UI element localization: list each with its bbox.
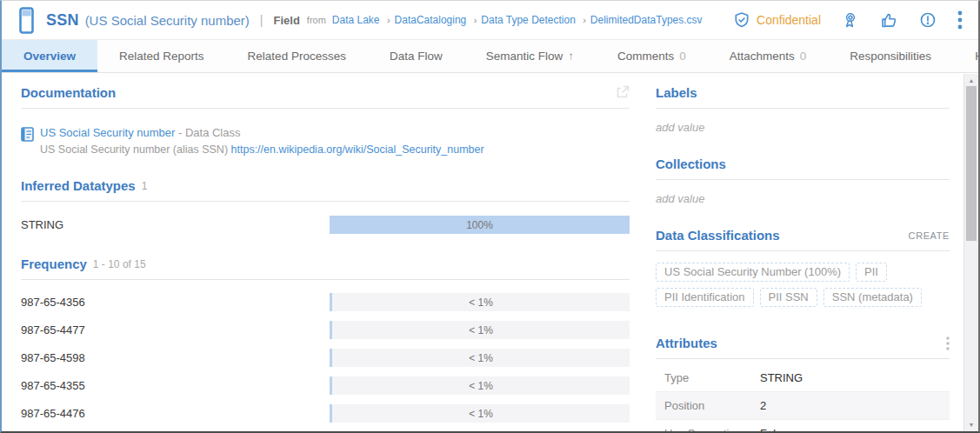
attributes-kebab-icon[interactable] xyxy=(946,336,950,350)
frequency-value-label: 987-65-4356 xyxy=(21,296,85,309)
frequency-value-label: 987-65-4477 xyxy=(21,323,85,336)
attribute-value: 2 xyxy=(760,399,766,412)
collections-section: Collections add value xyxy=(656,157,950,205)
wikipedia-link[interactable]: https://en.wikipedia.org/wiki/Social_Sec… xyxy=(231,143,484,156)
scrollbar-down-arrow[interactable]: ▼ xyxy=(964,419,978,430)
collections-heading: Collections xyxy=(656,157,726,171)
tab[interactable]: Overview xyxy=(2,40,97,72)
documentation-description: US Social Security number (alias SSN) xyxy=(40,143,231,156)
tab[interactable]: Responsibilities xyxy=(828,40,953,72)
classification-tag[interactable]: US Social Security Number (100%) xyxy=(656,263,850,282)
tab[interactable]: Related Processes xyxy=(226,40,368,72)
classification-tag[interactable]: PII xyxy=(856,263,887,282)
header-actions: Confidential xyxy=(733,10,963,30)
frequency-row: 987-65-4356 < 1% xyxy=(21,293,630,311)
data-class-link[interactable]: US Social Security number xyxy=(40,126,175,139)
frequency-value-label: 987-65-4355 xyxy=(21,379,85,392)
tab[interactable]: Attachments 0 xyxy=(708,40,829,72)
tab-label: Data Flow xyxy=(390,50,443,63)
labels-add-value[interactable]: add value xyxy=(656,121,950,134)
classification-tag[interactable]: SSN (metadata) xyxy=(823,288,922,307)
breadcrumb-item: DelimitedDataTypes.csv › xyxy=(590,14,703,26)
datatype-percentage-bar: 100% xyxy=(330,216,630,234)
scrollbar-up-arrow[interactable]: ▲ xyxy=(964,75,978,86)
app-window: SSN (US Social Security number) | Field … xyxy=(0,0,980,433)
tab-count: 0 xyxy=(679,50,686,63)
tab[interactable]: Comments 0 xyxy=(596,40,708,72)
tab-label: Overview xyxy=(23,50,76,63)
tab-count: 0 xyxy=(800,50,807,63)
asset-header: SSN (US Social Security number) | Field … xyxy=(2,1,978,40)
alert-circle-icon[interactable] xyxy=(919,11,937,29)
frequency-value-label: 987-65-4476 xyxy=(21,407,85,420)
data-classifications-section: Data Classifications CREATE US Social Se… xyxy=(656,228,950,313)
data-class-doc-icon xyxy=(21,127,34,145)
documentation-section: Documentation xyxy=(21,85,630,156)
collections-add-value[interactable]: add value xyxy=(656,192,950,205)
breadcrumb: Data Lake › DataCataloging › Data Type D… xyxy=(332,14,703,26)
attribute-row: Has Semantic ... False xyxy=(656,419,950,431)
inferred-datatypes-count: 1 xyxy=(142,180,148,192)
tab-label: Semantic Flow xyxy=(486,50,563,63)
main-column: Documentation xyxy=(21,85,630,431)
labels-heading: Labels xyxy=(656,85,697,100)
data-classifications-heading: Data Classifications xyxy=(656,228,780,243)
frequency-row: 987-65-4598 < 1% xyxy=(21,349,630,367)
breadcrumb-link[interactable]: DataCataloging xyxy=(395,14,467,26)
frequency-range: 1 - 10 of 15 xyxy=(93,258,146,270)
attribute-value: STRING xyxy=(760,371,803,384)
data-class-suffix: - Data Class xyxy=(175,126,240,139)
breadcrumb-separator: › xyxy=(583,15,586,25)
thumbs-up-icon[interactable] xyxy=(880,11,898,30)
datatype-row: STRING 100% xyxy=(21,216,630,234)
attribute-label: Position xyxy=(664,399,760,412)
tab-sort-arrow: ↑ xyxy=(568,50,574,63)
datatype-label: STRING xyxy=(21,218,63,231)
frequency-heading: Frequency xyxy=(21,256,87,271)
labels-section: Labels add value xyxy=(656,85,950,134)
kebab-menu-icon[interactable] xyxy=(957,10,963,30)
tab-label: Attachments xyxy=(730,50,795,63)
confidential-badge[interactable]: Confidential xyxy=(733,11,821,29)
vertical-scrollbar[interactable]: ▲ ▼ xyxy=(963,74,978,431)
tab-bar: Overview Related Reports Related Process… xyxy=(2,40,978,73)
attribute-label: Type xyxy=(664,371,760,384)
certification-rosette-icon[interactable] xyxy=(842,11,859,29)
frequency-percentage-bar: < 1% xyxy=(330,376,630,395)
create-classification-button[interactable]: CREATE xyxy=(909,230,950,241)
attribute-label: Has Semantic ... xyxy=(664,427,760,431)
breadcrumb-link[interactable]: Data Lake xyxy=(332,14,380,26)
asset-type-label: Field xyxy=(274,14,300,27)
inferred-datatypes-section: Inferred Datatypes 1 STRING 100% xyxy=(21,178,630,234)
confidential-label: Confidential xyxy=(757,13,821,27)
tab-label: Responsibilities xyxy=(850,50,931,63)
expand-icon[interactable] xyxy=(615,85,630,100)
tab-label: History xyxy=(975,50,980,63)
frequency-list: 987-65-4356 < 1% 987-65-4477 < 1% 987-65… xyxy=(21,293,630,431)
documentation-heading: Documentation xyxy=(21,85,116,100)
frequency-percentage-bar: < 1% xyxy=(330,349,630,367)
breadcrumb-separator: › xyxy=(474,15,477,25)
classification-tags: US Social Security Number (100%) PII PII… xyxy=(656,263,950,313)
breadcrumb-separator: › xyxy=(387,15,390,25)
tab[interactable]: Related Reports xyxy=(97,40,226,72)
breadcrumb-item: DataCataloging › xyxy=(395,14,482,26)
tab[interactable]: History 4 xyxy=(953,40,980,72)
frequency-value-label: 987-65-4598 xyxy=(21,351,85,364)
inferred-datatypes-heading: Inferred Datatypes xyxy=(21,178,136,193)
frequency-percentage-bar: < 1% xyxy=(330,404,630,423)
classification-tag[interactable]: PII Identification xyxy=(656,288,754,307)
tab[interactable]: Semantic Flow ↑ xyxy=(464,40,596,72)
attribute-row: Position 2 xyxy=(656,391,950,419)
column-asset-icon xyxy=(19,7,34,34)
title-separator: | xyxy=(260,13,263,27)
breadcrumb-link[interactable]: Data Type Detection xyxy=(481,14,576,26)
scrollbar-thumb[interactable] xyxy=(966,86,977,241)
side-column: Labels add value Collections add value D… xyxy=(656,85,950,431)
tab[interactable]: Data Flow xyxy=(368,40,464,72)
classification-tag[interactable]: PII SSN xyxy=(760,288,817,307)
breadcrumb-item: Data Lake › xyxy=(332,14,395,26)
breadcrumb-link[interactable]: DelimitedDataTypes.csv xyxy=(590,14,703,26)
attribute-value: False xyxy=(760,427,788,431)
attributes-table: Type STRING Position 2 Has Semantic ... … xyxy=(656,364,950,431)
